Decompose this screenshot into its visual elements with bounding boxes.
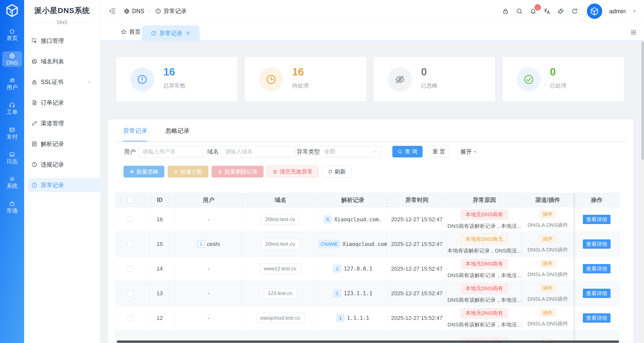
breadcrumb-item[interactable]: DNS <box>124 8 144 15</box>
row-checkbox[interactable] <box>127 241 133 247</box>
column-header: 解析记录 <box>319 193 387 207</box>
theme-button[interactable] <box>557 8 564 15</box>
rail-item-tickets[interactable]: 工单 <box>2 101 22 116</box>
cell-channel: 插件 DNSLA DNS插件 <box>522 306 574 330</box>
cell-id: 15 <box>145 232 175 256</box>
rail-item-dns[interactable]: DNS <box>2 51 22 67</box>
sidebar-item-records[interactable]: 解析记录 <box>28 137 100 151</box>
bulk-button-批量忽略[interactable]: 批量忽略 <box>124 166 164 178</box>
reason-text: DNS商有该解析记录，本地没... <box>447 321 521 328</box>
expand-filters-link[interactable]: 展开 <box>460 148 477 156</box>
sidebar-item-label: 异常记录 <box>41 181 64 189</box>
table-body: 16 - 20test.test.cv. 5Xiaoqcloud.com. 20… <box>116 207 620 343</box>
cell-user: - <box>175 281 243 306</box>
cell-actions: 查看详情 <box>574 281 620 306</box>
view-detail-button[interactable]: 查看详情 <box>583 289 611 298</box>
rail-item-system[interactable]: 系统 <box>2 175 22 190</box>
username[interactable]: admin <box>609 8 626 15</box>
breadcrumb-item[interactable]: 异常记录 <box>155 7 187 15</box>
sidebar-item-api[interactable]: 接口管理 <box>28 34 100 48</box>
record-value: 1.1.1.1 <box>347 315 369 321</box>
rail-item-label: 工单 <box>7 109 18 115</box>
sidebar-item-domains[interactable]: 域名列表 <box>28 54 100 68</box>
cell-record: 5Xiaoqcloud.com. <box>319 207 387 232</box>
refresh-icon <box>571 8 578 15</box>
rail-item-home[interactable]: 首页 <box>2 27 22 42</box>
stat-label: 已忽略 <box>421 82 438 90</box>
row-checkbox[interactable] <box>127 290 133 296</box>
panel-tab-忽略记录[interactable]: 忽略记录 <box>165 127 190 142</box>
clock-icon <box>265 74 277 85</box>
plugin-tag: 插件 <box>540 284 556 292</box>
lock-button[interactable] <box>502 8 509 15</box>
row-checkbox[interactable] <box>127 315 133 321</box>
sidebar-item-channels[interactable]: 渠道管理 <box>28 116 100 130</box>
headset-icon <box>9 102 15 108</box>
reset-button[interactable]: 重 置 <box>429 146 449 157</box>
content-area: 16 总异常数 16 待处理 0 已忽略 0 已处理 异常记录忽略记录 用户 域… <box>100 41 644 343</box>
tab-异常记录[interactable]: 异常记录 <box>142 25 200 41</box>
sidebar-item-exceptions[interactable]: 异常记录 <box>28 178 100 192</box>
reason-text: DNS商有该解析记录，本地没... <box>447 272 521 279</box>
home-icon <box>121 29 127 35</box>
row-checkbox[interactable] <box>127 266 133 272</box>
search-button[interactable]: 查 询 <box>392 146 423 157</box>
user-chevron-down-icon[interactable] <box>632 9 637 14</box>
select-all-checkbox[interactable] <box>127 197 133 203</box>
view-detail-button[interactable]: 查看详情 <box>583 239 611 249</box>
sidebar-item-label: 渠道管理 <box>41 119 64 127</box>
sidebar-item-label: 订单记录 <box>41 99 64 107</box>
rail-item-payment[interactable]: 支付 <box>2 125 22 141</box>
tab-close-icon[interactable] <box>185 30 191 36</box>
cell-channel: 插件 DNSLA DNS插件 <box>522 256 574 281</box>
notification-badge: 1 <box>535 4 541 11</box>
api-icon <box>31 38 37 44</box>
type-filter-label: 异常类型 <box>297 148 320 156</box>
view-detail-button[interactable]: 查看详情 <box>583 215 611 224</box>
view-detail-button[interactable]: 查看详情 <box>583 313 611 323</box>
sidebar-item-label: 域名列表 <box>41 58 64 65</box>
bulk-button-清空无效异常[interactable]: 清空无效异常 <box>267 166 319 178</box>
globe-icon <box>124 8 130 14</box>
view-detail-button[interactable]: 查看详情 <box>583 264 611 273</box>
eye-off-icon <box>129 169 134 174</box>
reason-text: DNS商有该解析记录，本地没... <box>447 296 521 304</box>
type-filter-select[interactable]: 全部 <box>320 146 382 157</box>
panel-tab-异常记录[interactable]: 异常记录 <box>123 127 147 142</box>
domain-filter-input[interactable] <box>221 146 295 157</box>
tab-首页[interactable]: 首页 <box>121 22 141 41</box>
stat-card-总异常数: 16 总异常数 <box>116 57 238 102</box>
collapse-sidebar-icon[interactable] <box>109 7 116 15</box>
notifications-button[interactable]: 1 <box>529 8 537 15</box>
language-button[interactable] <box>543 8 551 15</box>
sidebar-item-orders[interactable]: 订单记录 <box>28 96 100 110</box>
app-subtitle: DNS <box>24 20 100 25</box>
page-scrollbar-track[interactable] <box>641 41 644 343</box>
stat-icon-circle <box>388 67 412 92</box>
bulk-button-刷新[interactable]: 刷新 <box>322 166 352 178</box>
bulk-button-批量删除记录[interactable]: 批量删除记录 <box>212 166 263 178</box>
bulk-button-批量分配[interactable]: 批量分配 <box>168 166 208 178</box>
horizontal-scrollbar-thumb[interactable] <box>117 340 619 343</box>
cell-reason: 本地无DNS商有 DNS商有该解析记录，本地没... <box>447 281 522 306</box>
rail-item-label: 系统 <box>7 183 18 189</box>
cell-actions: 查看详情 <box>574 207 620 232</box>
header: DNS 异常记录 1 admin <box>100 0 644 22</box>
refresh-button[interactable] <box>571 8 578 15</box>
avatar[interactable] <box>587 4 602 19</box>
rail-item-market[interactable]: 市场 <box>2 199 22 215</box>
rail-item-logs[interactable]: 日志 <box>2 150 22 165</box>
sidebar-item-violations[interactable]: 违规记录 <box>28 157 100 172</box>
column-header: 异常时间 <box>387 193 447 207</box>
rail-nav: 首页 DNS 用户 工单 支付 日志 系统 市场 <box>0 27 24 215</box>
column-header: 渠道/插件 <box>522 193 574 207</box>
search-button[interactable] <box>516 8 523 15</box>
page-scrollbar-thumb[interactable] <box>641 41 644 160</box>
cell-time: 2025-12-27 15:52:47 <box>387 306 447 330</box>
sidebar-item-ssl[interactable]: SSL证书 <box>28 75 100 89</box>
row-checkbox[interactable] <box>127 217 133 222</box>
table-row: 12 - xiaoqcloud.test.cv. 11.1.1.1 2025-1… <box>116 306 620 330</box>
user-filter-input[interactable] <box>138 146 206 157</box>
rail-item-users[interactable]: 用户 <box>2 76 22 92</box>
layout-grid-icon[interactable] <box>630 29 637 36</box>
